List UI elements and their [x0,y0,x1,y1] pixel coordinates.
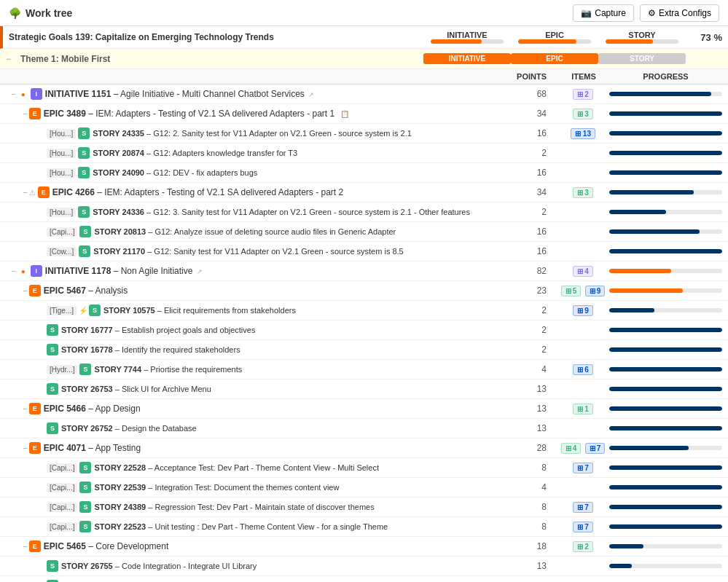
epic-4266-items: ⊞ 3 [558,187,609,198]
story-7744-items: ⊞ 6 [558,364,609,375]
story-22539-row: [Capi...] S STORY 22539 – Integration Te… [0,478,728,498]
initiative-1151-points: 68 [500,89,558,99]
story-26753-label: STORY 26753 – Slick UI for Archive Menu [61,385,500,393]
tree-icon: 🌳 [9,7,21,19]
story-20813-team: [Capi...] [47,227,77,237]
theme1-row: − Theme 1: Mobile First INITIATIVE EPIC … [0,49,728,69]
theme-story-label: STORY [598,53,686,64]
story-24335-icon: S [78,127,90,139]
story-10575-row: [Tige...] ⚡ S STORY 10575 – Elicit requi… [0,301,728,321]
story-26755-points: 13 [500,561,558,571]
story-24336-team: [Hou...] [47,208,76,217]
story-16777-points: 2 [500,325,558,335]
story-10575-icon: S [89,304,101,316]
story-21170-team: [Cow...] [47,247,77,256]
epic-5465-progress [609,544,722,548]
epic-5465-items: ⊞ 2 [558,541,609,552]
story-26751-row: S STORY 26751 – Development - Slick UI f… [0,576,728,582]
story-22528-points: 8 [500,463,558,473]
story-22523-icon: S [79,521,91,532]
story-22528-items: ⊞ 7 [558,463,609,473]
initiative-1178-progress [609,269,722,273]
epic-5466-items: ⊞ 1 [558,404,609,414]
story-16778-points: 2 [500,345,558,355]
story-21170-points: 16 [500,246,558,256]
main-container: Strategic Goals 139: Capitalize on Emerg… [0,26,728,582]
epic-5467-points: 23 [500,286,558,296]
epic-5467-label: EPIC 5467 – Analysis [44,286,500,296]
story-24335-items: ⊞ 13 [558,128,609,139]
epic-4266-icon: E [38,186,50,198]
story-7744-row: [Hydr...] S STORY 7744 – Priortise the r… [0,360,728,380]
extra-configs-button[interactable]: ⚙ Extra Configs [640,4,719,22]
app-title: 🌳 Work tree [9,7,72,19]
story-16777-label: STORY 16777 – Establish project goals an… [61,326,500,334]
story-col-header: STORY [598,31,686,44]
story-24090-progress [609,170,722,175]
story-26753-row: S STORY 26753 – Slick UI for Archive Men… [0,380,728,399]
theme-initiative-label: INITIATIVE [423,53,511,64]
epic-5465-label: EPIC 5465 – Core Development [44,541,500,551]
epic-4266-toggle[interactable]: − [23,189,28,197]
link-icon: ↗ [308,91,314,98]
initiative-1178-toggle[interactable]: − [12,267,16,275]
initiative-1151-toggle[interactable]: − [12,90,16,98]
epic-4071-icon: E [29,442,41,454]
epic-5465-toggle[interactable]: − [23,543,28,551]
story-22539-progress [609,485,722,489]
epic-4071-label: EPIC 4071 – App Testing [44,443,500,453]
epic-3489-progress [609,111,722,116]
story-26753-icon: S [47,383,58,395]
story-24389-team: [Capi...] [47,503,77,512]
epic-3489-row: − E EPIC 3489 – IEM: Adapters - Testing … [0,104,728,124]
story-26753-points: 13 [500,384,558,394]
app-title-text: Work tree [26,7,72,19]
story-20813-points: 16 [500,227,558,237]
epic-4071-toggle[interactable]: − [23,444,28,452]
story-26752-points: 13 [500,423,558,433]
initiative-1151-items: ⊞ 2 [558,89,609,100]
story-26752-row: S STORY 26752 – Design the Database 13 [0,419,728,439]
story-24336-points: 2 [500,207,558,217]
story-24336-progress [609,210,722,214]
story-22523-row: [Capi...] S STORY 22523 – Unit testing :… [0,517,728,537]
epic-4071-row: − E EPIC 4071 – App Testing 28 ⊞ 4 ⊞ 7 [0,439,728,458]
initiative-col-header: INITIATIVE [423,31,511,44]
story-20874-team: [Hou...] [47,149,76,158]
initiative-1151-label: INITIATIVE 1151 – Agile Initiative - Mul… [45,89,500,99]
epic-5466-toggle[interactable]: − [23,405,28,413]
story-20813-row: [Capi...] S STORY 20813 – G12: Analyze i… [0,222,728,242]
epic-5465-row: − E EPIC 5465 – Core Development 18 ⊞ 2 [0,537,728,557]
story-20874-points: 2 [500,148,558,158]
story-24335-team: [Hou...] [47,129,76,138]
story-24336-row: [Hou...] S STORY 24336 – G12: 3. Sanity … [0,202,728,222]
story-16777-icon: S [47,324,58,336]
epic-3489-points: 34 [500,109,558,119]
app-header: 🌳 Work tree 📷 Capture ⚙ Extra Configs [0,0,728,26]
story-24336-label: STORY 24336 – G12: 3. Sanity test for V1… [93,208,500,216]
story-24090-icon: S [78,167,90,178]
story-16778-progress [609,347,722,352]
header-buttons: 📷 Capture ⚙ Extra Configs [573,4,719,22]
epic-4071-items: ⊞ 4 ⊞ 7 [558,443,609,454]
story-26752-icon: S [47,422,58,434]
story-24090-team: [Hou...] [47,168,76,178]
story-7744-team: [Hydr...] [47,365,77,374]
epic-5467-toggle[interactable]: − [23,287,28,295]
strategic-percent: 73 % [686,32,722,43]
initiative-1151-icon: I [31,88,42,100]
story-22523-label: STORY 22523 – Unit testing : Dev Part - … [94,522,500,531]
story-7744-progress [609,367,722,371]
story-24389-label: STORY 24389 – Regression Test: Dev Part … [94,503,500,511]
story-22539-icon: S [79,481,91,493]
epic-4071-points: 28 [500,443,558,453]
story-16778-row: S STORY 16778 – Identify the required st… [0,340,728,360]
epic-3489-items: ⊞ 3 [558,109,609,119]
theme-toggle[interactable]: − [6,54,17,64]
story-16778-icon: S [47,344,58,355]
capture-button[interactable]: 📷 Capture [573,4,634,22]
epic-3489-toggle[interactable]: − [23,110,28,118]
story-26752-progress [609,426,722,430]
theme-epic-label: EPIC [511,53,598,64]
story-10575-team: [Tige...] [47,306,77,315]
